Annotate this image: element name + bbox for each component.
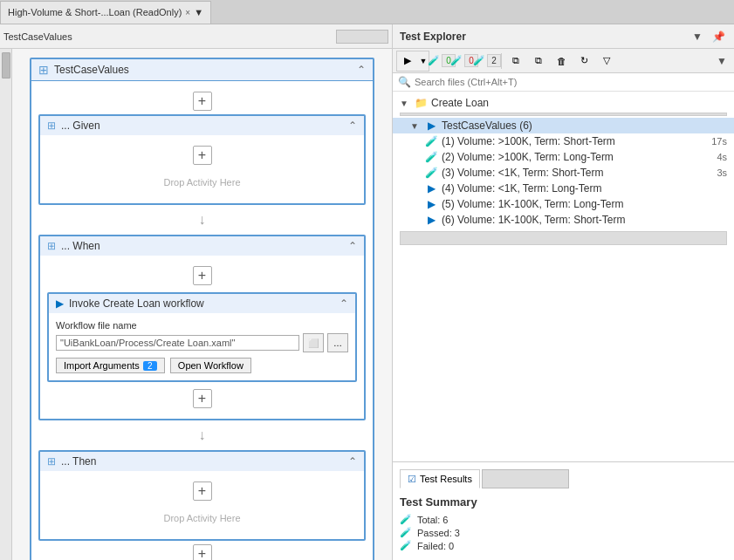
test-2-label: (2) Volume: >100K, Term: Long-Term (442, 151, 713, 163)
workflow-body: + ⊞ ... Given ⌃ + Drop Activity Here (31, 81, 373, 560)
summary-passed-icon: 🧪 (400, 527, 412, 538)
filter-btn[interactable]: ▽ (596, 51, 617, 71)
given-add-btn[interactable]: + (193, 146, 212, 165)
then-icon: ⊞ (47, 455, 56, 468)
then-section: ⊞ ... Then ⌃ + Drop Activity Here (38, 450, 366, 541)
summary-failed-icon: 🧪 (400, 540, 412, 551)
tree-root[interactable]: ▼ 📁 Create Loan (393, 95, 734, 111)
when-add-btn-top[interactable]: + (193, 266, 212, 285)
summary-failed: Failed: 0 (417, 541, 454, 551)
summary-passed-row: 🧪 Passed: 3 (400, 527, 727, 538)
summary-total: Total: 6 (417, 515, 448, 525)
add-btn-top[interactable]: + (193, 92, 212, 111)
test-explorer-pin-btn[interactable]: 📌 (710, 28, 727, 45)
invoke-body: Workflow file name ⬜ … (49, 313, 355, 380)
when-add-btn-bottom[interactable]: + (193, 389, 212, 408)
test-explorer-menu-btn[interactable]: ▼ (689, 28, 706, 45)
test-3-label: (3) Volume: <1K, Term: Short-Term (442, 167, 713, 179)
test-1-time: 17s (711, 136, 727, 147)
then-title: ... Then (61, 455, 343, 468)
workflow-header-title: TestCaseValues (54, 64, 352, 76)
workflow-collapse-btn[interactable]: ⌃ (357, 64, 366, 76)
invoke-actions-row: Import Arguments 2 Open Workflow (56, 358, 348, 373)
arrow-1: ↓ (38, 208, 366, 231)
paste-btn[interactable]: ⧉ (528, 51, 549, 71)
search-input[interactable] (415, 77, 729, 87)
root-label: Create Loan (431, 97, 727, 109)
workflow-file-row: ⬜ … (56, 333, 348, 352)
tab-close-btn[interactable]: × (185, 8, 190, 17)
given-section: ⊞ ... Given ⌃ + Drop Activity Here (38, 114, 366, 205)
when-header: ⊞ ... When ⌃ (40, 236, 364, 256)
run-failing-btn[interactable]: 🧪 0 (454, 51, 475, 71)
then-drop-zone: Drop Activity Here (154, 504, 249, 532)
test-tree: ▼ 📁 Create Loan ▼ ▶ TestCaseValues (6) 🧪… (393, 92, 734, 461)
tab-dropdown-icon[interactable]: ▼ (194, 7, 203, 17)
tab-bar: High-Volume & Short-...Loan (ReadOnly) ×… (0, 0, 734, 24)
open-workflow-btn[interactable]: Open Workflow (170, 358, 251, 373)
test-item-2[interactable]: 🧪 (2) Volume: >100K, Term: Long-Term 4s (393, 149, 734, 165)
run-btn[interactable]: ▶ (397, 51, 418, 71)
browse-file-btn[interactable]: ⬜ (303, 333, 324, 352)
designer-panel: TestCaseValues ⊞ TestCaseValues ⌃ (0, 24, 393, 560)
test-item-3[interactable]: 🧪 (3) Volume: <1K, Term: Short-Term 3s (393, 165, 734, 181)
import-count-badge: 2 (143, 361, 157, 371)
test-item-4[interactable]: ▶ (4) Volume: <1K, Term: Long-Term (393, 181, 734, 196)
given-header: ⊞ ... Given ⌃ (40, 116, 364, 135)
toolbar-sep-1 (501, 53, 502, 69)
flask-other-icon: 🧪 (473, 55, 485, 66)
vertical-scrollbar[interactable] (0, 49, 12, 560)
add-btn-bottom[interactable]: + (193, 544, 212, 560)
refresh-btn[interactable]: ↻ (573, 51, 594, 71)
workflow-path-input[interactable] (56, 335, 299, 351)
test-item-1[interactable]: 🧪 (1) Volume: >100K, Term: Short-Term 17… (393, 133, 734, 149)
when-collapse-btn[interactable]: ⌃ (348, 240, 357, 252)
test-3-time: 3s (717, 167, 727, 178)
run-passing-btn[interactable]: 🧪 0 (431, 51, 452, 71)
import-arguments-btn[interactable]: Import Arguments 2 (56, 358, 165, 373)
invoke-collapse-btn[interactable]: ⌃ (340, 297, 348, 310)
then-add-btn[interactable]: + (193, 481, 212, 501)
main-tab[interactable]: High-Volume & Short-...Loan (ReadOnly) ×… (0, 1, 211, 24)
workflow-header: ⊞ TestCaseValues ⌃ (31, 59, 373, 81)
test-panel: Test Explorer ▼ 📌 ▶ ▼ 🧪 0 🧪 0 🧪 (393, 24, 734, 560)
run-other-btn[interactable]: 🧪 2 (477, 51, 497, 71)
workflow-header-icon: ⊞ (38, 63, 49, 77)
suite-label: TestCaseValues (6) (442, 120, 727, 132)
more-btn[interactable]: ▼ (713, 52, 731, 70)
given-body: + Drop Activity Here (40, 135, 364, 203)
given-drop-zone: Drop Activity Here (154, 168, 249, 196)
delete-btn[interactable]: 🗑 (551, 51, 572, 71)
run-btn-group[interactable]: ▶ ▼ (396, 51, 429, 72)
given-collapse-btn[interactable]: ⌃ (348, 120, 357, 132)
test-5-label: (5) Volume: 1K-100K, Term: Long-Term (442, 198, 727, 210)
run-dropdown-btn[interactable]: ▼ (418, 51, 429, 71)
test-item-6[interactable]: ▶ (6) Volume: 1K-100K, Term: Short-Term (393, 212, 734, 228)
test-6-label: (6) Volume: 1K-100K, Term: Short-Term (442, 214, 727, 226)
summary-flask-icon: 🧪 (400, 514, 412, 525)
flask-green-icon: 🧪 (428, 55, 440, 66)
summary-total-row: 🧪 Total: 6 (400, 514, 727, 525)
then-collapse-btn[interactable]: ⌃ (348, 455, 357, 468)
designer-toolbar: TestCaseValues (0, 24, 392, 49)
when-icon: ⊞ (47, 240, 56, 252)
test-1-label: (1) Volume: >100K, Term: Short-Term (442, 135, 708, 147)
test-2-status-icon: 🧪 (424, 151, 438, 163)
test-explorer-header: Test Explorer ▼ 📌 (393, 24, 734, 49)
test-results-panel: ☑ Test Results Test Summary 🧪 Total: 6 🧪… (393, 461, 734, 560)
given-icon: ⊞ (47, 120, 56, 132)
test-4-label: (4) Volume: <1K, Term: Long-Term (442, 182, 727, 195)
copy-btn[interactable]: ⧉ (505, 51, 526, 71)
summary-title: Test Summary (400, 495, 727, 509)
test-results-tab[interactable]: ☑ Test Results (400, 469, 480, 488)
test-item-5[interactable]: ▶ (5) Volume: 1K-100K, Term: Long-Term (393, 196, 734, 212)
root-folder-icon: 📁 (414, 97, 428, 109)
summary-passed: Passed: 3 (417, 528, 460, 538)
results-tabs: ☑ Test Results (400, 469, 727, 488)
designer-scrollbar[interactable] (336, 30, 388, 44)
browse-more-btn[interactable]: … (327, 333, 348, 352)
then-body: + Drop Activity Here (40, 471, 364, 539)
test-results-check-icon: ☑ (408, 474, 416, 485)
suite-row[interactable]: ▼ ▶ TestCaseValues (6) (393, 118, 734, 133)
other-count: 2 (487, 54, 501, 67)
